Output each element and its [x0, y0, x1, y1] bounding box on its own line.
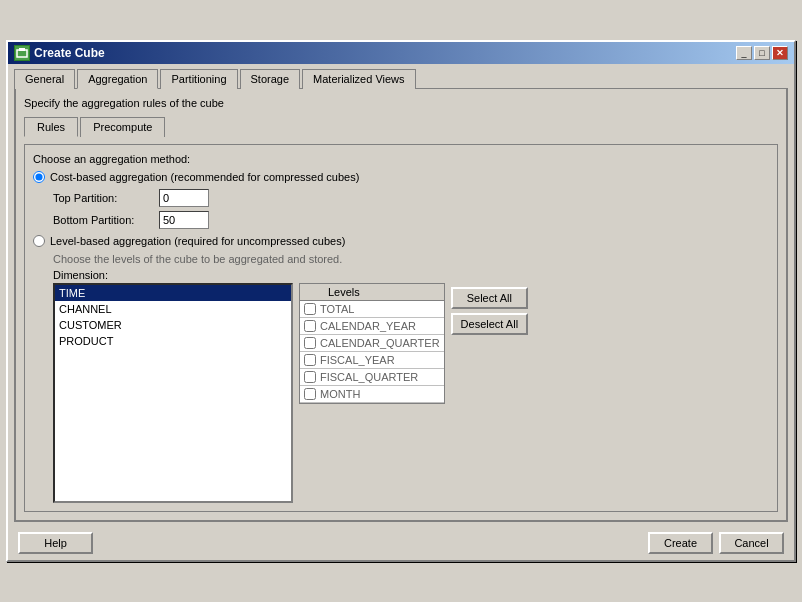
dimension-item-time[interactable]: TIME	[55, 285, 291, 301]
level-based-row: Level-based aggregation (required for un…	[33, 235, 769, 247]
level-check-fiscal-quarter[interactable]	[304, 371, 316, 383]
method-label: Choose an aggregation method:	[33, 153, 769, 165]
dimension-item-customer[interactable]: CUSTOMER	[55, 317, 291, 333]
level-based-radio[interactable]	[33, 235, 45, 247]
level-row-fiscal-year: FISCAL_YEAR	[300, 352, 444, 369]
level-row-calendar-year: CALENDAR_YEAR	[300, 318, 444, 335]
tab-storage[interactable]: Storage	[240, 69, 301, 89]
level-row-month: MONTH	[300, 386, 444, 403]
lists-container: TIME CHANNEL CUSTOMER PRODUCT Levels	[53, 283, 769, 503]
title-bar: Create Cube _ □ ✕	[8, 42, 794, 64]
svg-rect-0	[17, 50, 27, 57]
inner-tab-rules[interactable]: Rules	[24, 117, 78, 137]
select-all-button[interactable]: Select All	[451, 287, 528, 309]
level-check-month[interactable]	[304, 388, 316, 400]
level-name-calendar-year: CALENDAR_YEAR	[320, 320, 416, 332]
bottom-partition-label: Bottom Partition:	[53, 214, 153, 226]
tab-materialized-views[interactable]: Materialized Views	[302, 69, 416, 89]
levels-name-col: Levels	[328, 286, 440, 298]
svg-rect-1	[19, 48, 25, 51]
levels-description: Choose the levels of the cube to be aggr…	[53, 253, 769, 265]
close-button[interactable]: ✕	[772, 46, 788, 60]
level-row-fiscal-quarter: FISCAL_QUARTER	[300, 369, 444, 386]
tab-partitioning[interactable]: Partitioning	[160, 69, 237, 89]
window-icon	[14, 45, 30, 61]
main-window: Create Cube _ □ ✕ General Aggregation Pa…	[6, 40, 796, 562]
level-check-calendar-year[interactable]	[304, 320, 316, 332]
top-partition-label: Top Partition:	[53, 192, 153, 204]
deselect-all-button[interactable]: Deselect All	[451, 313, 528, 335]
levels-panel: Levels TOTAL CALENDAR_YEAR CALENDAR	[299, 283, 445, 404]
dimension-item-channel[interactable]: CHANNEL	[55, 301, 291, 317]
minimize-button[interactable]: _	[736, 46, 752, 60]
side-buttons: Select All Deselect All	[451, 283, 528, 335]
maximize-button[interactable]: □	[754, 46, 770, 60]
inner-content: Choose an aggregation method: Cost-based…	[24, 144, 778, 512]
cost-based-radio[interactable]	[33, 171, 45, 183]
create-button[interactable]: Create	[648, 532, 713, 554]
inner-tab-bar: Rules Precompute	[24, 117, 778, 137]
level-based-label: Level-based aggregation (required for un…	[50, 235, 345, 247]
inner-tab-precompute[interactable]: Precompute	[80, 117, 165, 137]
dimension-item-product[interactable]: PRODUCT	[55, 333, 291, 349]
top-partition-input[interactable]	[159, 189, 209, 207]
level-name-total: TOTAL	[320, 303, 354, 315]
bottom-partition-input[interactable]	[159, 211, 209, 229]
level-check-fiscal-year[interactable]	[304, 354, 316, 366]
bottom-partition-row: Bottom Partition:	[53, 211, 769, 229]
cost-based-row: Cost-based aggregation (recommended for …	[33, 171, 769, 183]
level-name-month: MONTH	[320, 388, 360, 400]
level-name-calendar-quarter: CALENDAR_QUARTER	[320, 337, 440, 349]
tab-bar: General Aggregation Partitioning Storage…	[8, 64, 794, 88]
title-controls: _ □ ✕	[736, 46, 788, 60]
title-bar-left: Create Cube	[14, 45, 105, 61]
level-check-total[interactable]	[304, 303, 316, 315]
top-partition-row: Top Partition:	[53, 189, 769, 207]
level-name-fiscal-year: FISCAL_YEAR	[320, 354, 395, 366]
window-title: Create Cube	[34, 46, 105, 60]
levels-header: Levels	[300, 284, 444, 301]
tab-general[interactable]: General	[14, 69, 75, 89]
levels-outer: Levels TOTAL CALENDAR_YEAR CALENDAR	[299, 283, 445, 404]
bottom-right: Create Cancel	[648, 532, 784, 554]
cancel-button[interactable]: Cancel	[719, 532, 784, 554]
level-row-total: TOTAL	[300, 301, 444, 318]
cost-based-label: Cost-based aggregation (recommended for …	[50, 171, 359, 183]
bottom-bar: Help Create Cancel	[8, 526, 794, 560]
subtitle: Specify the aggregation rules of the cub…	[24, 97, 778, 109]
content-area: Specify the aggregation rules of the cub…	[14, 88, 788, 522]
level-name-fiscal-quarter: FISCAL_QUARTER	[320, 371, 418, 383]
help-button[interactable]: Help	[18, 532, 93, 554]
tab-aggregation[interactable]: Aggregation	[77, 69, 158, 89]
dimension-list[interactable]: TIME CHANNEL CUSTOMER PRODUCT	[53, 283, 293, 503]
level-check-calendar-quarter[interactable]	[304, 337, 316, 349]
level-row-calendar-quarter: CALENDAR_QUARTER	[300, 335, 444, 352]
dimension-label: Dimension:	[53, 269, 769, 281]
